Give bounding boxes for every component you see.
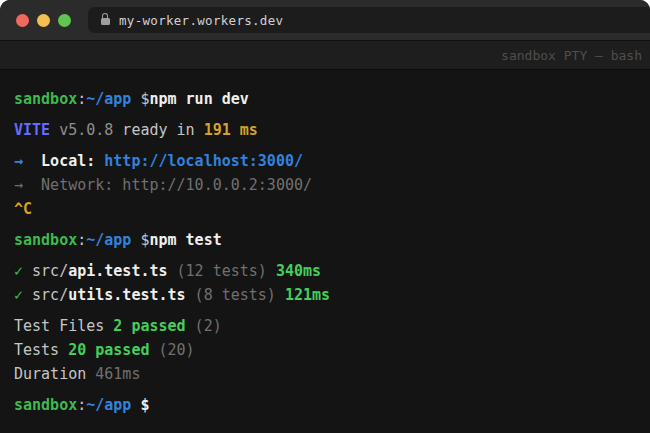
- summary-passed: 2 passed: [113, 317, 185, 335]
- terminal-screen[interactable]: sandbox:~/app $npm run devVITE v5.0.8 re…: [0, 70, 650, 433]
- prompt-host: sandbox: [14, 90, 77, 108]
- terminal-text-segment: :: [77, 396, 86, 414]
- window-titlebar: my-worker.workers.dev: [0, 0, 650, 41]
- startup-time: 191 ms: [195, 121, 258, 139]
- minimize-window-button[interactable]: [37, 14, 50, 27]
- prompt-path: ~/app: [86, 396, 131, 414]
- test-file-name: utils.test.ts: [68, 286, 185, 304]
- address-bar-url[interactable]: my-worker.workers.dev: [119, 13, 283, 28]
- test-duration: 340ms: [267, 262, 321, 280]
- test-count: (12 tests): [168, 262, 267, 280]
- localhost-link[interactable]: http://localhost:3000/: [104, 152, 303, 170]
- test-duration: 121ms: [276, 286, 330, 304]
- terminal-line: sandbox:~/app $: [14, 393, 640, 417]
- summary-label: Duration: [14, 365, 95, 383]
- test-count: (8 tests): [186, 286, 276, 304]
- check-icon: ✓: [14, 286, 23, 304]
- test-file-name: api.test.ts: [68, 262, 167, 280]
- zoom-window-button[interactable]: [58, 14, 71, 27]
- vite-version: v5.0.8: [50, 121, 113, 139]
- terminal-session-title: sandbox PTY — bash: [501, 48, 642, 63]
- prompt-host: sandbox: [14, 396, 77, 414]
- terminal-text-segment: :: [77, 90, 86, 108]
- close-window-button[interactable]: [16, 14, 29, 27]
- summary-total: (2): [186, 317, 222, 335]
- terminal-statusbar: sandbox PTY — bash: [0, 41, 650, 70]
- terminal-line: → Local: http://localhost:3000/: [14, 149, 640, 173]
- lock-icon: [101, 18, 110, 25]
- interrupt-signal: ^C: [14, 200, 32, 218]
- prompt-symbol: $: [131, 396, 149, 414]
- command-text: npm test: [149, 231, 221, 249]
- terminal-text-segment: src/: [23, 286, 68, 304]
- network-url: → Network: http://10.0.0.2:3000/: [14, 176, 312, 194]
- terminal-text-segment: :: [77, 231, 86, 249]
- summary-total: (20): [149, 341, 194, 359]
- vite-label: VITE: [14, 121, 50, 139]
- check-icon: ✓: [14, 262, 23, 280]
- terminal-text-segment: ready in: [113, 121, 194, 139]
- prompt-symbol: $: [131, 90, 149, 108]
- command-text: npm run dev: [149, 90, 248, 108]
- terminal-line: VITE v5.0.8 ready in 191 ms: [14, 118, 640, 142]
- terminal-line: ^C: [14, 197, 640, 221]
- prompt-symbol: $: [131, 231, 149, 249]
- prompt-path: ~/app: [86, 231, 131, 249]
- address-bar[interactable]: my-worker.workers.dev: [88, 7, 650, 33]
- summary-label: Tests: [14, 341, 68, 359]
- arrow-right-icon: →: [14, 152, 41, 170]
- terminal-line: Test Files 2 passed (2): [14, 314, 640, 338]
- terminal-line: sandbox:~/app $npm test: [14, 228, 640, 252]
- browser-window: my-worker.workers.dev sandbox PTY — bash…: [0, 0, 650, 433]
- traffic-lights: [16, 14, 71, 27]
- terminal-line: Duration 461ms: [14, 362, 640, 386]
- local-label: Local:: [41, 152, 95, 170]
- summary-duration: 461ms: [95, 365, 140, 383]
- summary-label: Test Files: [14, 317, 113, 335]
- prompt-path: ~/app: [86, 90, 131, 108]
- terminal-text-segment: [95, 152, 104, 170]
- terminal-line: → Network: http://10.0.0.2:3000/: [14, 173, 640, 197]
- summary-passed: 20 passed: [68, 341, 149, 359]
- terminal-line: ✓ src/utils.test.ts (8 tests) 121ms: [14, 283, 640, 307]
- prompt-host: sandbox: [14, 231, 77, 249]
- terminal-line: Tests 20 passed (20): [14, 338, 640, 362]
- terminal-text-segment: src/: [23, 262, 68, 280]
- terminal-line: sandbox:~/app $npm run dev: [14, 87, 640, 111]
- terminal-line: ✓ src/api.test.ts (12 tests) 340ms: [14, 259, 640, 283]
